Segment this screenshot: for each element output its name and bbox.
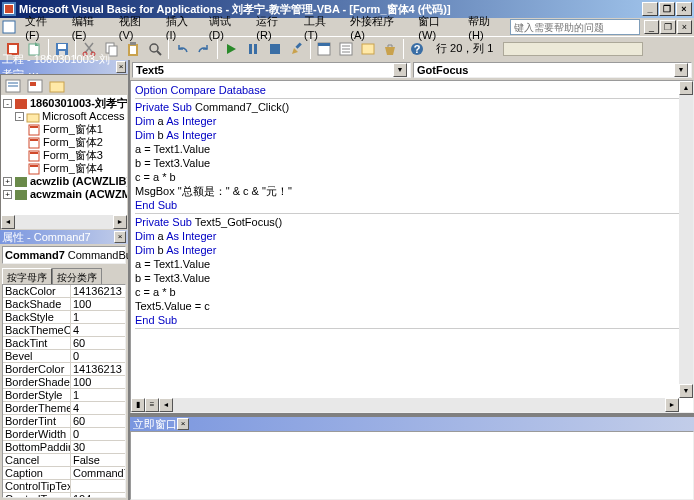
svg-rect-21 bbox=[295, 42, 301, 48]
reset-icon[interactable] bbox=[264, 38, 286, 60]
immediate-window: 立即窗口× bbox=[130, 415, 694, 500]
full-module-view-button[interactable]: ≡ bbox=[145, 398, 159, 412]
undo-icon[interactable] bbox=[171, 38, 193, 60]
properties-panel: Command7 CommandButton ▼ 按字母序 按分类序 BackC… bbox=[0, 244, 128, 500]
svg-rect-8 bbox=[58, 44, 66, 49]
property-row[interactable]: ControlTipTex bbox=[3, 480, 125, 493]
svg-rect-37 bbox=[30, 139, 38, 141]
project-tree[interactable]: -1860301003-刘孝宁-教 -Microsoft Access 类 Fo… bbox=[1, 95, 127, 215]
object-dropdown[interactable]: Text5▼ bbox=[132, 62, 411, 78]
properties-panel-title: 属性 - Command7 × bbox=[0, 230, 128, 244]
property-row[interactable]: BorderTint60 bbox=[3, 415, 125, 428]
properties-grid[interactable]: BackColor14136213BackShade100BackStyle1B… bbox=[2, 284, 126, 498]
app-icon bbox=[2, 2, 16, 16]
immediate-input[interactable] bbox=[130, 431, 694, 500]
svg-point-17 bbox=[150, 44, 158, 52]
help-icon[interactable]: ? bbox=[406, 38, 428, 60]
cursor-position-label: 行 20，列 1 bbox=[436, 41, 493, 56]
mdi-minimize-button[interactable]: _ bbox=[644, 20, 659, 34]
property-row[interactable]: BorderThemeCo4 bbox=[3, 402, 125, 415]
svg-rect-41 bbox=[30, 165, 38, 167]
properties-panel-close-button[interactable]: × bbox=[114, 231, 126, 243]
property-row[interactable]: CancelFalse bbox=[3, 454, 125, 467]
property-row[interactable]: Bevel0 bbox=[3, 350, 125, 363]
svg-rect-3 bbox=[3, 21, 15, 33]
svg-rect-15 bbox=[130, 46, 136, 54]
redo-icon[interactable] bbox=[193, 38, 215, 60]
chevron-down-icon[interactable]: ▼ bbox=[393, 63, 407, 77]
svg-rect-30 bbox=[30, 82, 36, 86]
svg-rect-2 bbox=[5, 5, 13, 13]
toolbox-icon[interactable] bbox=[379, 38, 401, 60]
code-editor[interactable]: Option Compare Database Private Sub Comm… bbox=[130, 80, 694, 413]
close-button[interactable]: × bbox=[676, 2, 692, 16]
svg-rect-18 bbox=[249, 44, 252, 54]
project-panel-title: 工程 - 1860301003-刘孝宁-⋯ × bbox=[0, 60, 128, 74]
break-icon[interactable] bbox=[242, 38, 264, 60]
view-object-icon[interactable] bbox=[25, 77, 45, 95]
project-hscroll[interactable]: ◄► bbox=[1, 215, 127, 229]
paste-icon[interactable] bbox=[122, 38, 144, 60]
property-row[interactable]: BackStyle1 bbox=[3, 311, 125, 324]
tab-categorized[interactable]: 按分类序 bbox=[52, 268, 102, 284]
toolbar-slider[interactable] bbox=[503, 42, 643, 56]
code-vscroll[interactable]: ▲▼ bbox=[679, 81, 693, 398]
property-row[interactable]: BorderColor14136213 bbox=[3, 363, 125, 376]
procedure-dropdown[interactable]: GotFocus▼ bbox=[413, 62, 692, 78]
svg-rect-32 bbox=[15, 99, 27, 109]
property-row[interactable]: BackShade100 bbox=[3, 298, 125, 311]
property-row[interactable]: BackColor14136213 bbox=[3, 285, 125, 298]
project-explorer-icon[interactable] bbox=[313, 38, 335, 60]
project-panel-close-button[interactable]: × bbox=[116, 61, 126, 73]
property-row[interactable]: BorderShade100 bbox=[3, 376, 125, 389]
properties-object-combo[interactable]: Command7 CommandButton ▼ bbox=[2, 246, 126, 264]
restore-button[interactable]: ❐ bbox=[659, 2, 675, 16]
design-mode-icon[interactable] bbox=[286, 38, 308, 60]
immediate-close-button[interactable]: × bbox=[177, 418, 189, 430]
property-row[interactable]: BackTint60 bbox=[3, 337, 125, 350]
code-hscroll[interactable]: ▮ ≡ ◄► bbox=[131, 398, 679, 412]
svg-rect-23 bbox=[318, 43, 330, 46]
property-row[interactable]: BottomPadding30 bbox=[3, 441, 125, 454]
properties-window-icon[interactable] bbox=[335, 38, 357, 60]
help-search-input[interactable] bbox=[510, 19, 640, 35]
svg-rect-33 bbox=[27, 114, 39, 122]
procedure-view-button[interactable]: ▮ bbox=[131, 398, 145, 412]
property-row[interactable]: ControlType104 bbox=[3, 493, 125, 498]
toggle-folders-icon[interactable] bbox=[47, 77, 67, 95]
menu-help[interactable]: 帮助(H) bbox=[462, 13, 510, 42]
svg-rect-25 bbox=[362, 44, 374, 54]
menu-bar: 文件(F) 编辑(E) 视图(V) 插入(I) 调试(D) 运行(R) 工具(T… bbox=[0, 18, 694, 36]
svg-rect-16 bbox=[130, 42, 136, 45]
svg-text:?: ? bbox=[414, 43, 421, 55]
svg-rect-19 bbox=[254, 44, 257, 54]
immediate-title-label: 立即窗口 bbox=[133, 417, 177, 432]
svg-rect-43 bbox=[15, 190, 27, 200]
form-node[interactable]: Form_窗体4 bbox=[43, 162, 103, 175]
property-row[interactable]: BackThemeColo4 bbox=[3, 324, 125, 337]
chevron-down-icon[interactable]: ▼ bbox=[674, 63, 688, 77]
mdi-icon bbox=[2, 20, 17, 34]
svg-rect-20 bbox=[270, 44, 280, 54]
form-node[interactable]: Form_窗体2 bbox=[43, 136, 103, 149]
find-icon[interactable] bbox=[144, 38, 166, 60]
object-browser-icon[interactable] bbox=[357, 38, 379, 60]
minimize-button[interactable]: _ bbox=[642, 2, 658, 16]
property-row[interactable]: CaptionCommand7 bbox=[3, 467, 125, 480]
mdi-restore-button[interactable]: ❐ bbox=[660, 20, 675, 34]
svg-rect-42 bbox=[15, 177, 27, 187]
svg-rect-39 bbox=[30, 152, 38, 154]
mdi-close-button[interactable]: × bbox=[677, 20, 692, 34]
form-node[interactable]: Form_窗体1 bbox=[43, 123, 103, 136]
svg-rect-31 bbox=[50, 82, 64, 92]
project-explorer: -1860301003-刘孝宁-教 -Microsoft Access 类 Fo… bbox=[0, 74, 128, 230]
form-node[interactable]: Form_窗体3 bbox=[43, 149, 103, 162]
view-code-icon[interactable] bbox=[3, 77, 23, 95]
property-row[interactable]: BorderWidth0 bbox=[3, 428, 125, 441]
tab-alphabetic[interactable]: 按字母序 bbox=[2, 268, 52, 284]
run-icon[interactable] bbox=[220, 38, 242, 60]
svg-rect-35 bbox=[30, 126, 38, 128]
property-row[interactable]: BorderStyle1 bbox=[3, 389, 125, 402]
